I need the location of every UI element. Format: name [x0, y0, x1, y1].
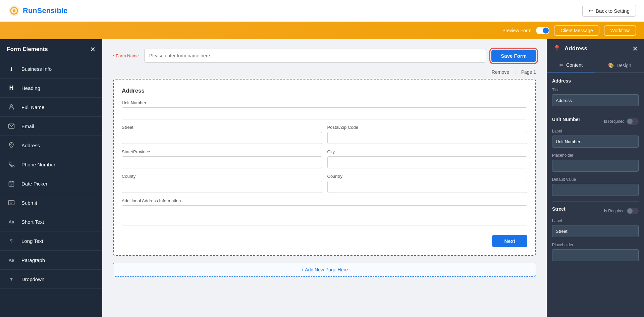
additional-info-input[interactable] — [122, 205, 527, 225]
remove-link[interactable]: Remove — [492, 69, 509, 75]
long-text-icon: ¶ — [7, 236, 16, 246]
right-sidebar-header-left: 📍 Address — [553, 45, 587, 53]
sidebar-item-label: Address — [21, 143, 40, 148]
address-icon — [7, 141, 16, 150]
unit-is-required-label: Is Required — [604, 119, 625, 124]
email-icon — [7, 121, 16, 131]
street-input[interactable] — [122, 132, 322, 144]
unit-placeholder-group: Placeholder — [552, 153, 639, 172]
right-divider-1 — [552, 112, 639, 112]
sidebar-item-label: Phone Number — [21, 162, 55, 167]
form-name-input[interactable] — [144, 49, 486, 63]
card-footer: Next — [122, 232, 527, 247]
sidebar-item-label: Short Text — [21, 219, 44, 225]
sidebar-item-short-text[interactable]: Aa Short Text — [0, 212, 102, 231]
address-pin-icon: 📍 — [553, 45, 561, 53]
top-header: RunSensible ↩ Back to Setting — [0, 0, 644, 22]
add-new-page-button[interactable]: + Add New Page Here — [113, 263, 536, 277]
unit-placeholder-input[interactable] — [552, 160, 639, 172]
right-title-label: Title — [552, 88, 639, 92]
svg-point-2 — [13, 9, 15, 12]
two-col-row3: County Country — [122, 174, 527, 198]
workflow-button[interactable]: Workflow — [604, 25, 636, 36]
unit-number-input[interactable] — [122, 107, 527, 119]
street-label-group: Label — [552, 218, 639, 237]
sidebar-item-label: Business Info — [21, 66, 52, 72]
sidebar-item-paragraph[interactable]: Aa Paragraph — [0, 251, 102, 270]
sidebar-item-long-text[interactable]: ¶ Long Text — [0, 231, 102, 251]
sidebar-item-email[interactable]: Email — [0, 117, 102, 136]
next-button[interactable]: Next — [492, 235, 527, 247]
form-elements-title: Form Elements — [7, 46, 48, 53]
svg-point-3 — [10, 105, 13, 107]
svg-point-5 — [11, 144, 12, 145]
sidebar-item-dropdown[interactable]: ▼ Dropdown — [0, 270, 102, 289]
sidebar-header: Form Elements ✕ — [0, 39, 102, 59]
tab-design[interactable]: 🎨 Design — [595, 58, 644, 72]
right-sidebar-close-button[interactable]: ✕ — [632, 45, 638, 53]
logo: RunSensible — [8, 5, 67, 17]
back-to-setting-button[interactable]: ↩ Back to Setting — [582, 5, 636, 17]
sidebar-item-label: Long Text — [21, 238, 43, 244]
unit-placeholder-label: Placeholder — [552, 153, 639, 158]
street-placeholder-input[interactable] — [552, 249, 639, 261]
save-form-button[interactable]: Save Form — [491, 50, 536, 62]
unit-default-input[interactable] — [552, 184, 639, 196]
sidebar-close-button[interactable]: ✕ — [90, 45, 96, 53]
sidebar-item-label: Paragraph — [21, 257, 45, 263]
unit-number-row-label: Unit Number Is Required — [552, 117, 639, 126]
unit-label-group: Label — [552, 129, 639, 148]
pencil-icon: ✏ — [559, 62, 564, 68]
tab-content[interactable]: ✏ Content — [547, 58, 595, 72]
unit-label-label: Label — [552, 129, 639, 134]
right-divider-2 — [552, 201, 639, 202]
sidebar-item-date-picker[interactable]: 10 Date Picker — [0, 174, 102, 193]
page-label: Page 1 — [521, 69, 536, 75]
sidebar-item-phone-number[interactable]: Phone Number — [0, 155, 102, 174]
phone-icon — [7, 160, 16, 169]
date-picker-icon: 10 — [7, 179, 16, 188]
dropdown-icon: ▼ — [7, 274, 16, 284]
postal-zip-input[interactable] — [327, 132, 528, 144]
palette-icon: 🎨 — [608, 63, 614, 68]
business-info-icon: ℹ — [7, 64, 16, 73]
right-sidebar: 📍 Address ✕ ✏ Content 🎨 Design Address T… — [547, 39, 644, 317]
street-is-required-label: Is Required — [604, 209, 625, 213]
street-placeholder-group: Placeholder — [552, 243, 639, 261]
address-card-title: Address — [122, 88, 527, 94]
orange-bar: Preview Form Client Message Workflow — [0, 22, 644, 39]
preview-form-label: Preview Form — [502, 28, 531, 33]
sidebar-item-label: Submit — [21, 200, 37, 206]
paragraph-icon: Aa — [7, 255, 16, 265]
sidebar-item-heading[interactable]: H Heading — [0, 78, 102, 98]
unit-default-label: Default Value — [552, 177, 639, 182]
preview-form-toggle[interactable] — [536, 27, 549, 34]
unit-label-input[interactable] — [552, 136, 639, 148]
svg-rect-8 — [9, 200, 14, 205]
state-province-input[interactable] — [122, 156, 322, 168]
main-layout: Form Elements ✕ ℹ Business Info H Headin… — [0, 39, 644, 317]
state-province-label: State/Province — [122, 149, 322, 154]
back-arrow-icon: ↩ — [589, 8, 593, 14]
unit-is-required-toggle[interactable] — [627, 118, 639, 125]
street-placeholder-label: Placeholder — [552, 243, 639, 247]
street-is-required-toggle[interactable] — [627, 208, 639, 214]
city-input[interactable] — [327, 156, 528, 168]
sidebar-item-label: Dropdown — [21, 276, 44, 282]
short-text-icon: Aa — [7, 217, 16, 226]
right-sidebar-title: Address — [565, 45, 587, 52]
county-input[interactable] — [122, 181, 322, 193]
country-input[interactable] — [327, 181, 528, 193]
street-label: Street — [122, 125, 322, 130]
right-title-input[interactable] — [552, 94, 639, 106]
sidebar-item-business-info[interactable]: ℹ Business Info — [0, 59, 102, 78]
sidebar-item-address[interactable]: Address — [0, 136, 102, 155]
sidebar-item-submit[interactable]: Submit — [0, 193, 102, 212]
sidebar-item-full-name[interactable]: Full Name — [0, 98, 102, 117]
street-section-title: Street — [552, 206, 566, 212]
client-message-button[interactable]: Client Message — [554, 25, 599, 36]
full-name-icon — [7, 102, 16, 112]
two-col-row1: Street Postal/Zip Code — [122, 125, 527, 149]
street-label-input[interactable] — [552, 225, 639, 237]
unit-number-label: Unit Number — [122, 100, 527, 105]
